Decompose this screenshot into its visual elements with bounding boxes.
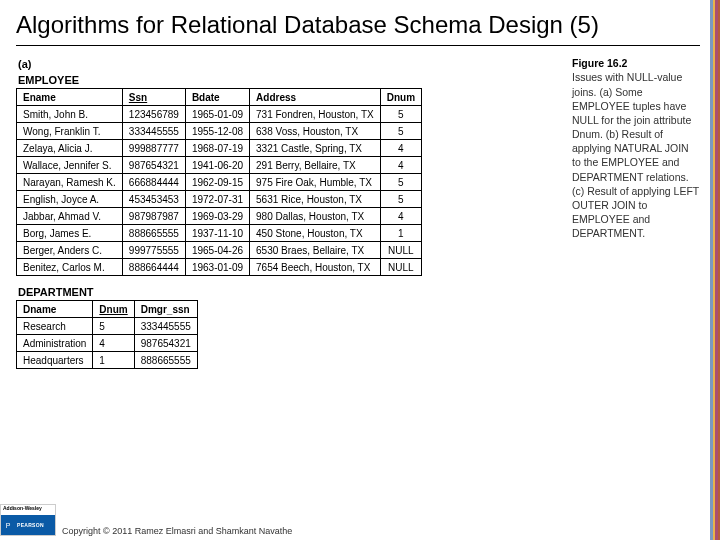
- table-cell: Wong, Franklin T.: [17, 123, 123, 140]
- table-cell: Jabbar, Ahmad V.: [17, 208, 123, 225]
- table-cell: 450 Stone, Houston, TX: [250, 225, 381, 242]
- copyright-text: Copyright © 2011 Ramez Elmasri and Shamk…: [62, 526, 292, 536]
- table-row: Benitez, Carlos M.8886644441963-01-09765…: [17, 259, 422, 276]
- table-row: Zelaya, Alicia J.9998877771968-07-193321…: [17, 140, 422, 157]
- table-cell: 6530 Braes, Bellaire, TX: [250, 242, 381, 259]
- table-cell: 987654321: [122, 157, 185, 174]
- table-row: Jabbar, Ahmad V.9879879871969-03-29980 D…: [17, 208, 422, 225]
- column-header: Ssn: [122, 89, 185, 106]
- table-cell: Administration: [17, 335, 93, 352]
- table-cell: 888665555: [122, 225, 185, 242]
- table-cell: 1955-12-08: [185, 123, 249, 140]
- table-cell: 5: [380, 174, 421, 191]
- table-row: Headquarters1888665555: [17, 352, 198, 369]
- table-row: Berger, Anders C.9997755551965-04-266530…: [17, 242, 422, 259]
- table-cell: 975 Fire Oak, Humble, TX: [250, 174, 381, 191]
- table-cell: 1965-04-26: [185, 242, 249, 259]
- table-cell: 3321 Castle, Spring, TX: [250, 140, 381, 157]
- column-header: Dmgr_ssn: [134, 301, 197, 318]
- table-cell: 1: [93, 352, 134, 369]
- table-cell: 980 Dallas, Houston, TX: [250, 208, 381, 225]
- table-cell: 1: [380, 225, 421, 242]
- employee-relation-name: EMPLOYEE: [18, 74, 556, 86]
- table-row: Borg, James E.8886655551937-11-10450 Sto…: [17, 225, 422, 242]
- table-cell: 1972-07-31: [185, 191, 249, 208]
- column-header: Dname: [17, 301, 93, 318]
- department-table: DnameDnumDmgr_ssn Research5333445555Admi…: [16, 300, 198, 369]
- table-cell: Benitez, Carlos M.: [17, 259, 123, 276]
- table-cell: Smith, John B.: [17, 106, 123, 123]
- table-row: English, Joyce A.4534534531972-07-315631…: [17, 191, 422, 208]
- table-row: Administration4987654321: [17, 335, 198, 352]
- table-row: Wong, Franklin T.3334455551955-12-08638 …: [17, 123, 422, 140]
- table-cell: Wallace, Jennifer S.: [17, 157, 123, 174]
- table-cell: 987654321: [134, 335, 197, 352]
- table-cell: 888664444: [122, 259, 185, 276]
- table-cell: 1968-07-19: [185, 140, 249, 157]
- figure-part-label: (a): [18, 58, 556, 70]
- column-header: Bdate: [185, 89, 249, 106]
- title-rule: [16, 45, 700, 46]
- table-cell: Research: [17, 318, 93, 335]
- table-cell: 291 Berry, Bellaire, TX: [250, 157, 381, 174]
- table-cell: 666884444: [122, 174, 185, 191]
- table-cell: 4: [93, 335, 134, 352]
- figure-caption-text: Issues with NULL-value joins. (a) Some E…: [572, 71, 699, 239]
- department-relation-name: DEPARTMENT: [18, 286, 556, 298]
- table-cell: 731 Fondren, Houston, TX: [250, 106, 381, 123]
- figure-caption: Figure 16.2 Issues with NULL-value joins…: [572, 54, 700, 240]
- table-cell: 1965-01-09: [185, 106, 249, 123]
- table-cell: 4: [380, 208, 421, 225]
- publisher-imprint-line: Addison-Wesley: [1, 505, 55, 515]
- slide-body: Algorithms for Relational Database Schem…: [0, 0, 710, 540]
- table-cell: 333445555: [134, 318, 197, 335]
- table-cell: 7654 Beech, Houston, TX: [250, 259, 381, 276]
- pearson-name: PEARSON: [15, 515, 55, 535]
- column-header: Dnum: [93, 301, 134, 318]
- content-area: (a) EMPLOYEE EnameSsnBdateAddressDnum Sm…: [16, 54, 700, 379]
- table-row: Narayan, Ramesh K.6668844441962-09-15975…: [17, 174, 422, 191]
- table-row: Smith, John B.1234567891965-01-09731 Fon…: [17, 106, 422, 123]
- table-cell: 888665555: [134, 352, 197, 369]
- table-cell: Zelaya, Alicia J.: [17, 140, 123, 157]
- table-cell: 1941-06-20: [185, 157, 249, 174]
- figure-number: Figure 16.2: [572, 57, 627, 69]
- table-cell: 5: [380, 123, 421, 140]
- table-cell: 987987987: [122, 208, 185, 225]
- table-cell: 4: [380, 157, 421, 174]
- table-cell: 123456789: [122, 106, 185, 123]
- department-table-header: DnameDnumDmgr_ssn: [17, 301, 198, 318]
- figure-column: (a) EMPLOYEE EnameSsnBdateAddressDnum Sm…: [16, 54, 556, 379]
- table-row: Research5333445555: [17, 318, 198, 335]
- table-cell: 1962-09-15: [185, 174, 249, 191]
- table-cell: 1937-11-10: [185, 225, 249, 242]
- table-cell: 4: [380, 140, 421, 157]
- column-header: Dnum: [380, 89, 421, 106]
- slide-edge-decoration: [710, 0, 720, 540]
- table-cell: 1969-03-29: [185, 208, 249, 225]
- column-header: Ename: [17, 89, 123, 106]
- table-cell: 453453453: [122, 191, 185, 208]
- table-cell: 999775555: [122, 242, 185, 259]
- table-cell: 333445555: [122, 123, 185, 140]
- table-cell: NULL: [380, 242, 421, 259]
- table-cell: 5: [380, 191, 421, 208]
- table-cell: Borg, James E.: [17, 225, 123, 242]
- table-cell: Headquarters: [17, 352, 93, 369]
- table-row: Wallace, Jennifer S.9876543211941-06-202…: [17, 157, 422, 174]
- table-cell: 638 Voss, Houston, TX: [250, 123, 381, 140]
- table-cell: 999887777: [122, 140, 185, 157]
- publisher-badge: Addison-Wesley P PEARSON: [0, 504, 56, 536]
- table-cell: NULL: [380, 259, 421, 276]
- column-header: Address: [250, 89, 381, 106]
- table-cell: Narayan, Ramesh K.: [17, 174, 123, 191]
- table-cell: Berger, Anders C.: [17, 242, 123, 259]
- page-title: Algorithms for Relational Database Schem…: [16, 10, 700, 39]
- table-cell: 5: [93, 318, 134, 335]
- table-cell: 5631 Rice, Houston, TX: [250, 191, 381, 208]
- table-cell: 5: [380, 106, 421, 123]
- table-cell: English, Joyce A.: [17, 191, 123, 208]
- slide-footer: Addison-Wesley P PEARSON Copyright © 201…: [0, 504, 292, 536]
- pearson-logo-icon: P: [1, 515, 15, 535]
- table-cell: 1963-01-09: [185, 259, 249, 276]
